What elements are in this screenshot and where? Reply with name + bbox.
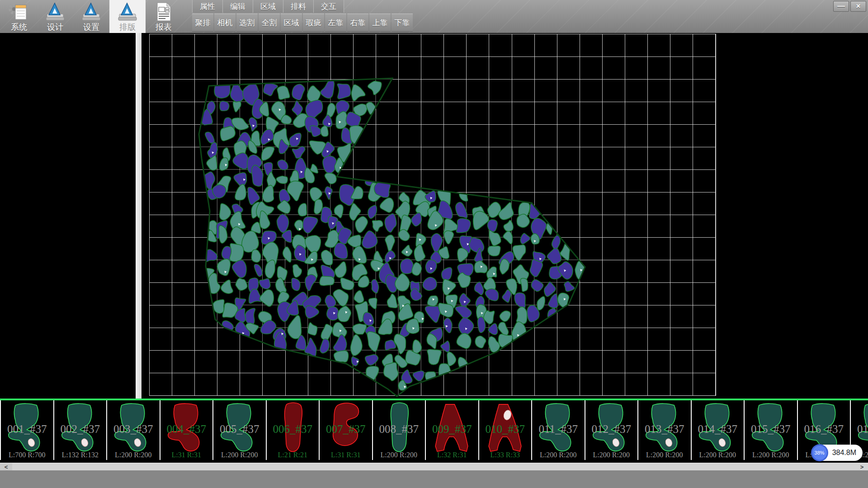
tool-button-1[interactable]: 聚排 xyxy=(192,14,213,32)
nav-tab-label: 设置 xyxy=(83,23,99,32)
piece-name: 014_#37 xyxy=(692,423,744,436)
piece-thumbnail-14[interactable]: 014_#37L:200 R:200 xyxy=(692,400,745,460)
memory-value: 384.8M xyxy=(832,449,856,457)
tool-button-5[interactable]: 区域 xyxy=(281,14,302,32)
piece-thumbnail-6[interactable]: 006_#37L:21 R:21 xyxy=(267,400,320,460)
menu-item-4[interactable]: 排料 xyxy=(283,0,314,13)
piece-name: 003_#37 xyxy=(107,423,160,436)
piece-lr-count: L:132 R:132 xyxy=(54,451,107,459)
piece-name: 002_#37 xyxy=(54,423,107,436)
piece-lr-count: L:200 R:200 xyxy=(373,451,425,459)
nav-tab-label: 设计 xyxy=(47,23,63,32)
piece-lr-count: L:700 R:700 xyxy=(1,451,53,459)
piece-lr-count: L:200 R:200 xyxy=(107,451,160,459)
piece-thumbnail-9[interactable]: 009_#37L:32 R:31 xyxy=(426,400,479,460)
piece-thumbnail-1[interactable]: 001_#37L:700 R:700 xyxy=(1,400,54,460)
piece-name: 011_#37 xyxy=(532,423,585,436)
nesting-canvas[interactable] xyxy=(0,33,868,399)
piece-name: 012_#37 xyxy=(585,423,638,436)
piece-thumbnail-2[interactable]: 002_#37L:132 R:132 xyxy=(54,400,108,460)
window-controls: — × xyxy=(833,1,866,12)
tool-button-4[interactable]: 全割 xyxy=(259,14,280,32)
tool-button-10[interactable]: 下靠 xyxy=(392,14,413,32)
nav-tab-label: 排版 xyxy=(119,23,136,32)
piece-name: 007_#37 xyxy=(320,423,372,436)
tool-button-6[interactable]: 瑕疵 xyxy=(303,14,324,32)
horizontal-scrollbar[interactable]: < > xyxy=(0,463,868,470)
hide-nesting-layout[interactable] xyxy=(0,33,868,399)
menu-item-2[interactable]: 编辑 xyxy=(223,0,253,13)
nav-tab-3[interactable]: 设置 xyxy=(73,0,109,33)
piece-name: 017_#37 xyxy=(851,423,868,436)
close-button[interactable]: × xyxy=(850,1,866,12)
piece-thumbnail-13[interactable]: 013_#37L:200 R:200 xyxy=(638,400,692,460)
piece-lr-count: L:200 R:200 xyxy=(638,451,691,459)
piece-lr-count: L:31 R:31 xyxy=(320,451,372,459)
piece-thumbnail-7[interactable]: 007_#37L:31 R:31 xyxy=(320,400,373,460)
layout-icon xyxy=(116,2,139,23)
piece-lr-count: L:32 R:31 xyxy=(426,451,478,459)
piece-thumbnail-3[interactable]: 003_#37L:200 R:200 xyxy=(107,400,160,460)
piece-lr-count: L:31 R:31 xyxy=(160,451,213,459)
menu-item-3[interactable]: 区域 xyxy=(253,0,283,13)
report-icon xyxy=(152,2,175,23)
piece-thumbnail-10[interactable]: 010_#37L:33 R:33 xyxy=(479,400,533,460)
piece-name: 010_#37 xyxy=(479,423,532,436)
piece-lr-count: L:21 R:21 xyxy=(267,451,319,459)
piece-name: 016_#37 xyxy=(798,423,850,436)
piece-name: 001_#37 xyxy=(1,423,53,436)
nav-tab-label: 报表 xyxy=(156,23,172,32)
piece-lr-count: L:200 R:200 xyxy=(745,451,797,459)
piece-thumbnail-4[interactable]: 004_#37L:31 R:31 xyxy=(160,400,214,460)
piece-thumbnail-11[interactable]: 011_#37L:200 R:200 xyxy=(532,400,585,460)
app-window: 系统设计设置排版报表 属性编辑区域排料交互 聚排相机选割全割区域瑕疵左靠右靠上靠… xyxy=(0,0,868,488)
piece-lr-count: L:200 R:200 xyxy=(585,451,638,459)
piece-lr-count: L:200 R:200 xyxy=(692,451,744,459)
tool-button-8[interactable]: 右靠 xyxy=(347,14,368,32)
piece-name: 013_#37 xyxy=(638,423,691,436)
menu-item-5[interactable]: 交互 xyxy=(314,0,344,13)
piece-lr-count: L:33 R:33 xyxy=(479,451,532,459)
nav-tab-5[interactable]: 报表 xyxy=(146,0,182,33)
tool-button-3[interactable]: 选割 xyxy=(236,14,258,32)
piece-name: 006_#37 xyxy=(267,423,319,436)
tool-row: 聚排相机选割全割区域瑕疵左靠右靠上靠下靠 xyxy=(192,14,414,32)
status-bar xyxy=(0,470,868,488)
piece-thumbnails: 001_#37L:700 R:700002_#37L:132 R:132003_… xyxy=(0,400,868,460)
piece-name: 015_#37 xyxy=(745,423,797,436)
nav-tab-label: 系统 xyxy=(11,23,27,32)
scroll-right-button[interactable]: > xyxy=(856,463,868,470)
piece-thumbnail-15[interactable]: 015_#37L:200 R:200 xyxy=(745,400,798,460)
piece-thumbnail-8[interactable]: 008_#37L:200 R:200 xyxy=(373,400,426,460)
piece-lr-count: L:200 R:200 xyxy=(213,451,266,459)
piece-name: 005_#37 xyxy=(213,423,266,436)
piece-thumbnail-12[interactable]: 012_#37L:200 R:200 xyxy=(585,400,639,460)
toolbar: 系统设计设置排版报表 属性编辑区域排料交互 聚排相机选割全割区域瑕疵左靠右靠上靠… xyxy=(0,0,868,33)
design-icon xyxy=(43,2,67,23)
piece-name: 008_#37 xyxy=(373,423,425,436)
minimize-button[interactable]: — xyxy=(833,1,849,12)
memory-badge: 38% 384.8M xyxy=(812,445,863,461)
nav-tab-1[interactable]: 系统 xyxy=(1,0,37,33)
piece-lr-count: L:200 R:200 xyxy=(532,451,585,459)
system-icon xyxy=(7,2,31,23)
nav-tab-2[interactable]: 设计 xyxy=(37,0,73,33)
nav-tabs: 系统设计设置排版报表 xyxy=(1,0,182,33)
tool-button-7[interactable]: 左靠 xyxy=(325,14,346,32)
scroll-left-button[interactable]: < xyxy=(0,463,12,470)
settings-icon xyxy=(80,2,103,23)
piece-name: 004_#37 xyxy=(160,423,213,436)
piece-name: 009_#37 xyxy=(426,423,478,436)
tool-button-2[interactable]: 相机 xyxy=(214,14,236,32)
tool-button-9[interactable]: 上靠 xyxy=(369,14,391,32)
memory-percent-circle: 38% xyxy=(811,444,828,461)
nav-tab-4[interactable]: 排版 xyxy=(109,0,146,33)
piece-thumbnail-5[interactable]: 005_#37L:200 R:200 xyxy=(213,400,267,460)
menu-item-1[interactable]: 属性 xyxy=(193,0,223,13)
menu-bar: 属性编辑区域排料交互 xyxy=(192,0,344,13)
pieces-strip: 001_#37L:700 R:700002_#37L:132 R:132003_… xyxy=(0,399,868,463)
